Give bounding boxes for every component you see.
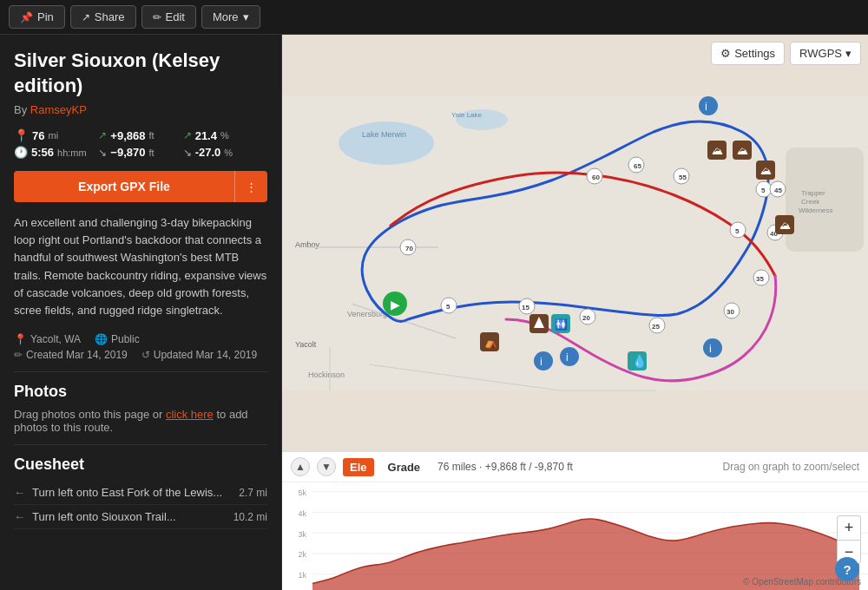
location-meta: 📍 Yacolt, WA [14,333,81,345]
svg-rect-56 [699,96,718,115]
svg-text:2k: 2k [299,550,307,559]
photos-help: Drag photos onto this page or click here… [14,408,267,434]
elevation-svg: 5k 4k 3k 2k 1k [282,482,868,590]
svg-rect-54 [703,338,722,357]
chevron-up-icon: ▲ [295,461,306,473]
stats-grid: 📍 76 mi ↗ +9,868 ft ↗ 21.4 % 🕐 5:56 hh:m… [14,128,267,159]
cue-dist-1: 2.7 mi [239,487,267,499]
svg-text:Hockinson: Hockinson [308,370,345,379]
svg-text:i: i [566,351,569,364]
svg-text:5: 5 [735,227,740,235]
dates-row: ✏ Created Mar 14, 2019 ↺ Updated Mar 14,… [14,349,267,361]
stat-elevation-gain: ↗ +9,868 ft [98,128,182,142]
cue-item-2: ← Turn left onto Siouxon Trail... 10.2 m… [14,505,267,529]
meta-row: 📍 Yacolt, WA 🌐 Public [14,333,267,345]
photos-section-title: Photos [14,383,267,401]
svg-text:⛰: ⛰ [737,144,748,157]
stat-distance: 📍 76 mi [14,128,98,142]
map-controls: ⚙ Settings RWGPS ▾ [711,42,861,65]
globe-icon: 🌐 [95,333,108,345]
rwgps-button[interactable]: RWGPS ▾ [790,42,861,65]
zoom-in-button[interactable]: + [837,515,861,540]
share-icon: ↗ [82,11,90,23]
cue-dist-2: 10.2 mi [233,511,267,523]
map-pin-icon: 📍 [14,333,27,345]
svg-text:15: 15 [522,304,529,311]
visibility-meta: 🌐 Public [95,333,140,345]
svg-text:65: 65 [634,162,641,170]
svg-text:💧: 💧 [632,354,648,369]
svg-rect-60 [534,351,553,370]
svg-text:70: 70 [405,245,413,252]
svg-point-1 [339,121,434,165]
dropdown-arrow-icon: ▾ [845,47,852,60]
top-bar: 📌 Pin ↗ Share ✏ Edit More ▾ [0,0,868,35]
pin-button[interactable]: 📌 Pin [9,5,65,29]
svg-text:5k: 5k [299,488,307,497]
elevation-header: ▲ ▼ Ele Grade 76 miles · +9,868 ft / -9,… [282,452,868,482]
svg-text:🚻: 🚻 [555,318,568,331]
cuesheet-section-title: Cuesheet [14,456,267,474]
sidebar: Silver Siouxon (Kelsey edition) By Ramse… [0,35,282,590]
svg-text:20: 20 [582,314,590,322]
created-meta: ✏ Created Mar 14, 2019 [14,349,128,361]
export-options-button[interactable]: ⋮ [234,171,267,202]
pencil-small-icon: ✏ [14,349,23,361]
elevation-stats: 76 miles · +9,868 ft / -9,870 ft [437,461,573,473]
svg-text:Yacolt: Yacolt [295,340,317,349]
upload-link[interactable]: click here [166,408,214,421]
edit-button[interactable]: ✏ Edit [141,5,196,29]
svg-text:Yale Lake: Yale Lake [451,111,483,119]
svg-text:5: 5 [446,303,450,311]
route-title: Silver Siouxon (Kelsey edition) [14,49,267,98]
grade-tab[interactable]: Grade [381,458,428,476]
svg-text:⛰: ⛰ [779,219,791,232]
svg-rect-5 [786,148,864,252]
map-area: ⚙ Settings RWGPS ▾ Lake Merwin Yale Lake… [282,35,868,590]
gear-icon: ⚙ [720,47,731,60]
svg-text:Lake Merwin: Lake Merwin [362,130,406,139]
svg-text:i: i [709,342,712,355]
elevation-next-button[interactable]: ▼ [317,457,336,476]
help-button[interactable]: ? [835,557,859,581]
elevation-area: ▲ ▼ Ele Grade 76 miles · +9,868 ft / -9,… [282,451,868,590]
svg-text:45: 45 [774,187,782,194]
updated-meta: ↺ Updated Mar 14, 2019 [141,349,257,361]
cue-arrow-2: ← [14,510,25,523]
export-gpx-button[interactable]: Export GPX File [14,171,234,202]
svg-text:5: 5 [761,187,766,194]
route-description: An excellent and challenging 3-day bikep… [14,214,267,319]
svg-text:Trapper: Trapper [801,189,825,197]
svg-text:i: i [540,355,542,368]
svg-text:3k: 3k [299,529,307,538]
svg-text:▶: ▶ [391,298,400,311]
share-button[interactable]: ↗ Share [70,5,136,29]
route-author: By RamseyKP [14,103,267,116]
svg-text:⛰: ⛰ [712,144,723,157]
svg-text:i: i [705,100,707,113]
author-link[interactable]: RamseyKP [30,103,87,116]
stat-loss-pct: ↘ -27.0 % [183,146,267,159]
map-canvas[interactable]: Lake Merwin Yale Lake Trapper Creek Wild… [282,35,868,451]
elevation-tab[interactable]: Ele [343,458,374,476]
more-button[interactable]: More ▾ [201,5,260,29]
cue-item-1: ← Turn left onto East Fork of the Lewis.… [14,481,267,505]
elevation-prev-button[interactable]: ▲ [291,457,310,476]
cue-text-1: Turn left onto East Fork of the Lewis... [32,486,232,499]
svg-text:55: 55 [679,174,687,181]
stat-time: 🕐 5:56 hh:mm [14,146,98,159]
cue-text-2: Turn left onto Siouxon Trail... [32,510,227,523]
chevron-down-icon: ▼ [321,461,332,473]
svg-text:⛺: ⛺ [484,336,497,349]
svg-text:4k: 4k [299,509,307,518]
svg-text:25: 25 [652,323,660,331]
svg-rect-70 [560,347,579,366]
pin-icon: 📌 [20,11,33,23]
svg-text:Creek: Creek [801,198,820,206]
elevation-chart[interactable]: 5k 4k 3k 2k 1k [282,482,868,590]
settings-button[interactable]: ⚙ Settings [711,42,785,65]
elevation-hint: Drag on graph to zoom/select [723,461,859,473]
svg-text:30: 30 [727,308,734,316]
clock-icon: 🕐 [14,146,28,159]
refresh-icon: ↺ [141,349,150,361]
